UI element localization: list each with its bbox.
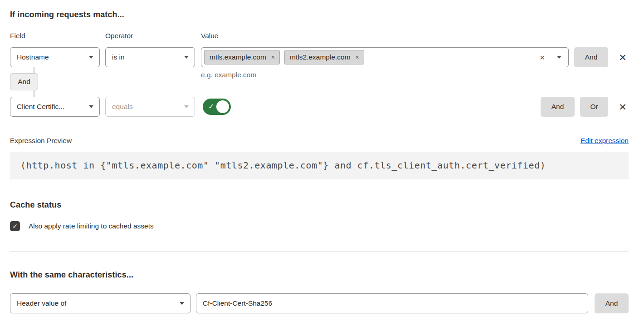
match-section-title: If incoming requests match... [10, 10, 629, 20]
characteristic-select[interactable]: Header value of [10, 293, 190, 313]
delete-row1-icon[interactable]: ✕ [617, 53, 629, 62]
check-icon: ✓ [208, 103, 214, 110]
value-tag-text: mtls2.example.com [290, 53, 351, 61]
operator-select-row1[interactable]: is in [105, 47, 195, 67]
rule-builder: If incoming requests match... Field Oper… [0, 0, 644, 313]
field-select-row2[interactable]: Client Certific... [10, 97, 100, 117]
section-divider [10, 251, 629, 252]
cache-status-title: Cache status [10, 200, 629, 210]
expression-preview-label: Expression Preview [10, 137, 72, 145]
value-tag: mtls.example.com × [204, 50, 280, 64]
cache-checkbox-row: ✓ Also apply rate limiting to cached ass… [10, 221, 629, 231]
tag-remove-icon[interactable]: × [356, 54, 359, 60]
value-helper-text: e.g. example.com [201, 71, 256, 79]
cached-assets-checkbox[interactable]: ✓ [10, 221, 20, 231]
boolean-value-toggle[interactable]: ✓ [203, 99, 231, 115]
characteristics-row: Header value of And [10, 293, 629, 313]
field-select-row1-value: Hostname [17, 53, 49, 61]
condition-connector-zone: And e.g. example.com [10, 67, 629, 97]
add-and-condition-button-row1[interactable]: And [574, 47, 608, 67]
chevron-down-icon [89, 105, 93, 108]
operator-select-row1-value: is in [112, 53, 125, 61]
chevron-down-icon [184, 56, 189, 59]
value-multiselect-row1[interactable]: mtls.example.com × mtls2.example.com × × [201, 47, 569, 67]
tag-remove-icon[interactable]: × [271, 54, 275, 60]
add-and-condition-button-row2[interactable]: And [541, 97, 575, 117]
characteristic-select-value: Header value of [17, 299, 66, 307]
value-column-label: Value [201, 32, 629, 40]
chevron-down-icon [184, 105, 189, 108]
header-name-input[interactable] [196, 293, 588, 313]
operator-column-label: Operator [105, 32, 201, 40]
chevron-down-icon[interactable] [557, 56, 561, 59]
match-row-1: Hostname is in mtls.example.com × mtls2.… [10, 47, 629, 67]
value-tag-text: mtls.example.com [210, 53, 266, 61]
match-row-2: Client Certific... equals ✓ And Or ✕ [10, 97, 629, 117]
field-column-label: Field [10, 32, 105, 40]
expression-code-block: (http.host in {"mtls.example.com" "mtls2… [10, 152, 629, 179]
expression-preview-header: Expression Preview Edit expression [10, 137, 629, 145]
column-labels: Field Operator Value [10, 32, 629, 40]
operator-select-row2: equals [105, 97, 195, 117]
chevron-down-icon [89, 56, 93, 59]
toggle-knob [216, 100, 229, 113]
chevron-down-icon [180, 302, 184, 305]
field-select-row2-value: Client Certific... [17, 103, 64, 111]
field-select-row1[interactable]: Hostname [10, 47, 100, 67]
value-tag: mtls2.example.com × [284, 50, 364, 64]
connector-and-button[interactable]: And [10, 73, 38, 90]
cached-assets-checkbox-label: Also apply rate limiting to cached asset… [29, 222, 154, 230]
row2-actions: And Or ✕ [541, 97, 629, 117]
add-characteristic-button[interactable]: And [595, 293, 629, 313]
clear-values-icon[interactable]: × [540, 53, 545, 62]
operator-select-row2-value: equals [112, 103, 133, 111]
add-or-condition-button-row2[interactable]: Or [580, 97, 608, 117]
delete-row2-icon[interactable]: ✕ [617, 102, 629, 112]
characteristics-title: With the same characteristics... [10, 270, 629, 280]
edit-expression-link[interactable]: Edit expression [581, 137, 629, 145]
